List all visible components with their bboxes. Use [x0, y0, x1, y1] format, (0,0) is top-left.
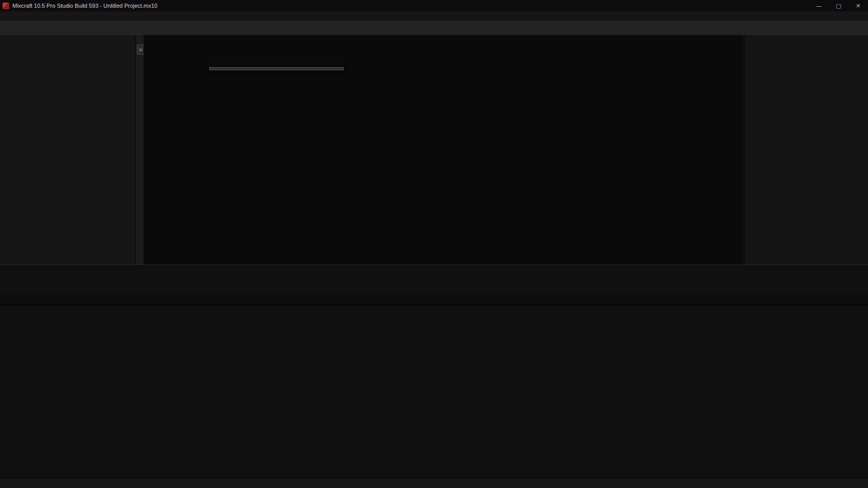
bottom-tabs — [0, 293, 868, 305]
app-logo-icon — [3, 3, 9, 9]
mixcraft-window: Mixcraft 10.5 Pro Studio Build 593 - Unt… — [0, 0, 868, 488]
mixer-panel — [0, 305, 868, 478]
window-title: Mixcraft 10.5 Pro Studio Build 593 - Unt… — [12, 3, 158, 9]
arrangement-area: ⊞ — [0, 35, 868, 264]
maximize-button[interactable]: ▢ — [829, 0, 848, 11]
status-bar — [0, 478, 868, 488]
title-bar: Mixcraft 10.5 Pro Studio Build 593 - Unt… — [0, 0, 868, 11]
track-panel — [0, 35, 136, 264]
clip-context-menu — [209, 67, 344, 70]
minimize-button[interactable]: — — [809, 0, 829, 11]
panel-divider[interactable]: ⊞ — [136, 35, 144, 264]
close-button[interactable]: ✕ — [848, 0, 868, 11]
markers-panel — [744, 35, 868, 264]
transport-bar — [0, 264, 868, 294]
toolbar — [0, 21, 868, 36]
grid-view-button[interactable]: ⊞ — [137, 44, 144, 55]
window-controls: — ▢ ✕ — [809, 0, 868, 11]
menu-bar — [0, 11, 868, 21]
